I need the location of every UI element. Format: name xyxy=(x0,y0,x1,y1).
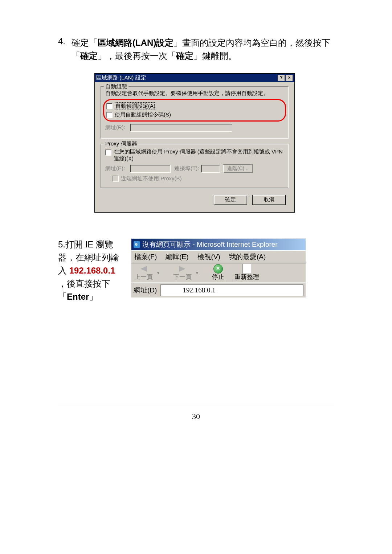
advanced-button[interactable]: 進階(C)... xyxy=(223,164,253,173)
proxy-addr-input xyxy=(130,165,171,173)
proxy-legend: Proxy 伺服器 xyxy=(104,140,139,147)
menu-view[interactable]: 檢視(V) xyxy=(197,252,220,262)
auto-config-group: 自動組態 自動設定會取代手動設定。要確保使用手動設定，請停用自動設定。 自動偵測… xyxy=(101,86,289,139)
close-button[interactable]: × xyxy=(286,75,293,81)
bypass-local-checkbox xyxy=(113,176,119,182)
menu-edit[interactable]: 編輯(E) xyxy=(166,252,188,262)
auto-config-legend: 自動組態 xyxy=(104,83,128,90)
ie-menubar: 檔案(F) 編輯(E) 檢視(V) 我的最愛(A) xyxy=(131,250,306,263)
back-arrow-icon xyxy=(139,265,148,273)
refresh-icon xyxy=(242,265,252,273)
forward-dropdown-icon[interactable]: ▼ xyxy=(195,271,199,275)
step4-text: 確定「區域網路(LAN)設定」畫面的設定內容均為空白的，然後按下「確定」，最後再… xyxy=(72,36,334,62)
stop-icon: × xyxy=(213,265,223,273)
use-proxy-checkbox[interactable] xyxy=(105,149,111,156)
refresh-button[interactable]: 重新整理 xyxy=(234,265,259,281)
ie-icon xyxy=(134,241,140,248)
address-input[interactable] xyxy=(160,284,303,296)
cancel-button[interactable]: 取消 xyxy=(252,195,286,205)
address-label: 網址(D) xyxy=(134,286,157,295)
proxy-port-input xyxy=(201,165,220,173)
ie-title: 沒有網頁可顯示 - Microsoft Internet Explorer xyxy=(142,240,278,249)
use-proxy-label: 在您的區域網路使用 Proxy 伺服器 (這些設定將不會套用到撥號或 VPN 連… xyxy=(114,148,284,162)
dialog-title: 區域網路 (LAN) 設定 xyxy=(96,74,277,81)
forward-arrow-icon xyxy=(177,265,187,273)
highlight-oval: 自動偵測設定(A) 使用自動組態指令碼(S) xyxy=(103,99,286,122)
stop-button[interactable]: × 停止 xyxy=(212,265,224,281)
auto-script-checkbox[interactable] xyxy=(106,112,113,118)
ie-toolbar: 上一頁 ▼ 下一頁 ▼ × 停止 重新整理 xyxy=(131,263,306,283)
ie-titlebar: 沒有網頁可顯示 - Microsoft Internet Explorer xyxy=(131,239,306,250)
dialog-titlebar: 區域網路 (LAN) 設定 ? × xyxy=(95,74,294,82)
ie-window: 沒有網頁可顯示 - Microsoft Internet Explorer 檔案… xyxy=(131,238,306,297)
page-number: 30 xyxy=(58,412,334,421)
auto-addr-input xyxy=(130,124,232,132)
proxy-addr-label: 網址(E): xyxy=(105,165,128,172)
lan-settings-dialog: 區域網路 (LAN) 設定 ? × 自動組態 自動設定會取代手動設定。要確保使用… xyxy=(94,73,295,213)
back-dropdown-icon[interactable]: ▼ xyxy=(156,271,160,275)
menu-file[interactable]: 檔案(F) xyxy=(134,252,157,262)
ie-address-bar: 網址(D) xyxy=(131,283,306,297)
auto-config-desc: 自動設定會取代手動設定。要確保使用手動設定，請停用自動設定。 xyxy=(105,90,284,97)
auto-script-label: 使用自動組態指令碼(S) xyxy=(115,111,171,118)
auto-detect-label: 自動偵測設定(A) xyxy=(115,102,156,110)
proxy-group: Proxy 伺服器 在您的區域網路使用 Proxy 伺服器 (這些設定將不會套用… xyxy=(101,144,289,188)
bypass-local-label: 近端網址不使用 Proxy(B) xyxy=(121,175,182,182)
step4-instruction: 4. 確定「區域網路(LAN)設定」畫面的設定內容均為空白的，然後按下「確定」，… xyxy=(58,36,334,62)
proxy-port-label: 連接埠(T): xyxy=(174,165,199,172)
menu-favorites[interactable]: 我的最愛(A) xyxy=(229,252,266,262)
auto-detect-checkbox[interactable] xyxy=(106,103,113,109)
back-button[interactable]: 上一頁 xyxy=(134,265,153,281)
step4-number: 4. xyxy=(58,36,72,62)
auto-addr-label: 網址(R): xyxy=(105,124,128,131)
forward-button[interactable]: 下一頁 xyxy=(173,265,192,281)
ip-address: 192.168.0.1 xyxy=(69,266,115,275)
help-button[interactable]: ? xyxy=(278,75,285,81)
ok-button[interactable]: 確定 xyxy=(214,195,247,205)
footer-divider xyxy=(58,405,334,405)
step5-text: 5.打開 IE 瀏覽器，在網址列輸入 192.168.0.1 ，後直接按下「En… xyxy=(58,238,123,303)
